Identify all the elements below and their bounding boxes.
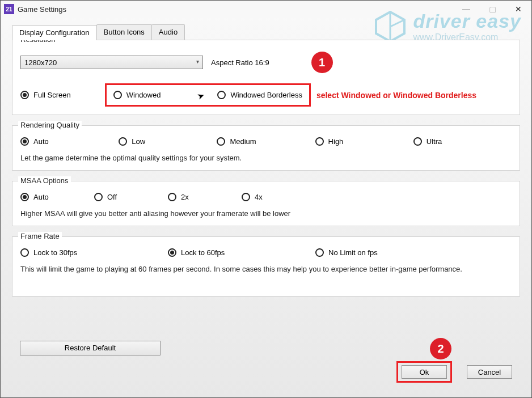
radio-label: No Limit on fps [328,248,378,257]
tab-bar: Display Configuration Button Icons Audio [12,24,531,40]
radio-label: Off [107,193,117,201]
radio-icon [20,193,29,201]
window-title: Game Settings [18,5,66,14]
radio-fps-lock60[interactable]: Lock to 60fps [168,248,315,257]
display-panel: Resolution 1280x720 ▾ Aspect Ratio 16:9 … [12,40,520,391]
radio-label: Lock to 60fps [181,248,225,257]
radio-icon [20,248,29,257]
radio-windowed-borderless[interactable]: Windowed Borderless [217,91,302,99]
msaa-legend: MSAA Options [18,176,71,185]
annotation-highlight-box-1: Windowed ➤ Windowed Borderless [105,83,311,107]
radio-icon [315,137,324,146]
framerate-group: Frame Rate Lock to 30fps Lock to 60fps N… [12,236,520,297]
msaa-help: Higher MSAA will give you better anti al… [20,209,512,218]
radio-icon [94,193,103,201]
tab-audio[interactable]: Audio [151,24,185,40]
resolution-value: 1280x720 [24,58,57,67]
annotation-text-1: select Windowed or Windowed Borderless [316,91,476,100]
framerate-legend: Frame Rate [18,232,62,240]
ok-button[interactable]: Ok [402,365,447,379]
radio-fps-lock30[interactable]: Lock to 30fps [20,248,168,257]
radio-rq-medium[interactable]: Medium [217,137,315,146]
radio-fullscreen[interactable]: Full Screen [20,91,71,99]
chevron-down-icon: ▾ [196,58,199,65]
tab-display-configuration[interactable]: Display Configuration [12,25,97,40]
radio-label: 4x [255,193,263,201]
annotation-badge-2: 2 [430,338,451,359]
radio-rq-high[interactable]: High [315,137,413,146]
radio-icon [119,137,127,146]
radio-label: Windowed [126,91,161,99]
radio-label: Lock to 30fps [33,248,77,257]
radio-label: Low [132,137,145,146]
app-icon: 21 [4,4,14,14]
radio-label: High [328,137,344,146]
minimize-button[interactable]: — [453,1,479,18]
radio-label: Ultra [427,137,442,146]
annotation-highlight-box-2: 2 Ok [396,361,452,383]
radio-icon [20,137,29,146]
rendering-quality-group: Rendering Quality Auto Low Medium High [12,125,520,171]
radio-msaa-auto[interactable]: Auto [20,193,94,201]
radio-fps-nolimit[interactable]: No Limit on fps [315,248,378,257]
cancel-button[interactable]: Cancel [467,365,512,379]
radio-label: Windowed Borderless [230,91,302,99]
radio-icon [217,137,225,146]
radio-icon [242,193,250,201]
tab-button-icons[interactable]: Button Icons [96,24,152,40]
resolution-group: Resolution 1280x720 ▾ Aspect Ratio 16:9 … [12,40,520,115]
radio-label: Auto [33,137,49,146]
radio-label: Auto [33,193,49,201]
rendering-legend: Rendering Quality [18,121,82,129]
radio-label: 2x [181,193,189,201]
radio-rq-low[interactable]: Low [119,137,217,146]
radio-label: Full Screen [33,91,71,99]
radio-windowed[interactable]: Windowed [113,91,161,99]
radio-rq-auto[interactable]: Auto [20,137,119,146]
radio-icon [413,137,422,146]
window-controls: — ▢ ✕ [453,1,531,18]
settings-window: 21 Game Settings — ▢ ✕ driver easy www.D… [0,0,532,398]
aspect-ratio-label: Aspect Ratio 16:9 [211,58,269,67]
radio-icon [315,248,324,257]
radio-icon [168,248,176,257]
radio-rq-ultra[interactable]: Ultra [413,137,512,146]
restore-default-button[interactable]: Restore Default [20,341,161,355]
radio-icon [168,193,176,201]
cursor-icon: ➤ [196,90,206,101]
annotation-badge-1: 1 [311,52,333,73]
radio-msaa-off[interactable]: Off [94,193,168,201]
resolution-dropdown[interactable]: 1280x720 ▾ [20,56,203,69]
msaa-group: MSAA Options Auto Off 2x 4x [12,181,520,226]
radio-icon [113,91,122,99]
radio-icon [20,91,29,99]
rendering-help: Let the game determine the optimal quali… [20,154,512,162]
framerate-help: This will limit the game to playing at 6… [20,265,512,273]
radio-msaa-4x[interactable]: 4x [242,193,315,201]
radio-label: Medium [230,137,256,146]
titlebar: 21 Game Settings — ▢ ✕ [1,1,531,18]
radio-msaa-2x[interactable]: 2x [168,193,242,201]
close-button[interactable]: ✕ [505,1,531,18]
maximize-button[interactable]: ▢ [479,1,505,18]
radio-icon [217,91,226,99]
